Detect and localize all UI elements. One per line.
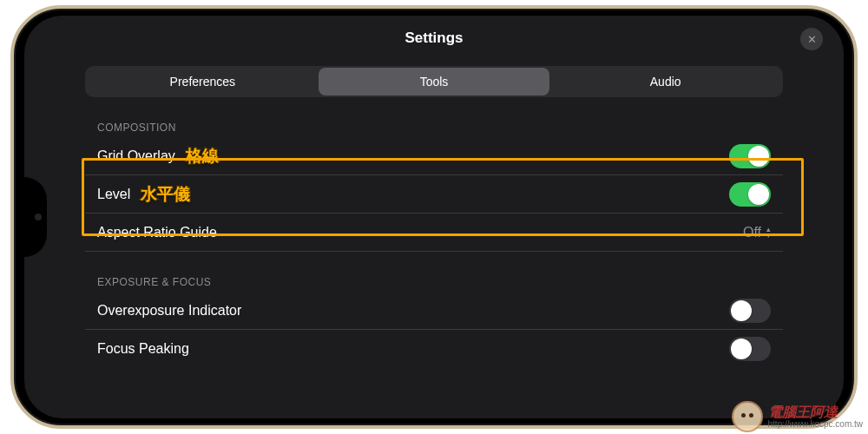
row-level: Level 水平儀 <box>85 175 783 214</box>
watermark-face-icon <box>732 401 763 432</box>
focus-peaking-label: Focus Peaking <box>97 341 189 357</box>
level-toggle[interactable] <box>729 182 771 207</box>
tab-preferences[interactable]: Preferences <box>87 68 319 95</box>
watermark: 電腦王阿達 http://www.kocpc.com.tw <box>732 401 863 432</box>
tab-bar: Preferences Tools Audio <box>85 66 783 97</box>
row-overexposure: Overexposure Indicator <box>85 292 783 330</box>
tab-tools[interactable]: Tools <box>319 68 550 95</box>
phone-frame: Settings ✕ Preferences Tools Audio COMPO… <box>10 5 858 429</box>
grid-overlay-toggle[interactable] <box>729 144 771 168</box>
aspect-ratio-label: Aspect Ratio Guide <box>97 225 217 240</box>
aspect-ratio-value: Off <box>743 225 761 240</box>
overexposure-label: Overexposure Indicator <box>97 303 241 319</box>
row-grid-overlay: Grid Overlay 格線 <box>85 137 783 175</box>
toggle-knob <box>748 184 769 205</box>
level-annotation: 水平儀 <box>141 183 190 206</box>
close-button[interactable]: ✕ <box>800 28 823 50</box>
tab-audio[interactable]: Audio <box>549 68 781 95</box>
content-area: COMPOSITION Grid Overlay 格線 Level 水平儀 As… <box>24 122 844 368</box>
chevron-updown-icon: ▴▾ <box>766 227 771 239</box>
grid-overlay-label: Grid Overlay <box>97 148 175 164</box>
grid-overlay-annotation: 格線 <box>186 145 219 168</box>
focus-peaking-toggle[interactable] <box>729 337 771 361</box>
row-aspect-ratio[interactable]: Aspect Ratio Guide Off ▴▾ <box>85 214 783 252</box>
level-label: Level <box>97 187 130 202</box>
watermark-title: 電腦王阿達 <box>768 404 863 420</box>
section-header-exposure-focus: EXPOSURE & FOCUS <box>85 276 783 288</box>
aspect-ratio-value-wrap: Off ▴▾ <box>743 225 771 240</box>
toggle-knob <box>731 300 752 321</box>
overexposure-toggle[interactable] <box>729 299 771 323</box>
page-title: Settings <box>404 30 463 47</box>
dynamic-island <box>24 177 47 257</box>
watermark-url: http://www.kocpc.com.tw <box>768 419 863 429</box>
row-focus-peaking: Focus Peaking <box>85 330 783 368</box>
toggle-knob <box>748 146 769 167</box>
toggle-knob <box>731 339 752 359</box>
header-bar: Settings ✕ <box>24 16 844 61</box>
close-icon: ✕ <box>807 33 817 46</box>
section-header-composition: COMPOSITION <box>85 122 783 134</box>
phone-screen: Settings ✕ Preferences Tools Audio COMPO… <box>24 16 844 418</box>
